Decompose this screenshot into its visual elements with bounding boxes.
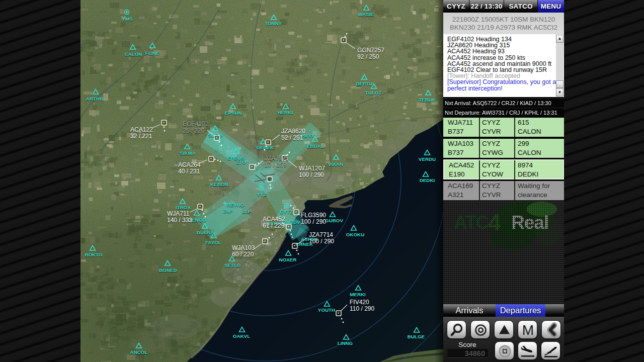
svg-text:110 / 290: 110 / 290 — [350, 305, 374, 312]
svg-text:BULGE: BULGE — [408, 334, 425, 339]
svg-text:ROKTO: ROKTO — [85, 252, 103, 257]
svg-text:61 / 229: 61 / 229 — [263, 222, 285, 229]
svg-text:JZA7714: JZA7714 — [309, 231, 333, 238]
svg-text:140 / 333: 140 / 333 — [167, 217, 192, 224]
svg-text:VIXAN: VIXAN — [328, 161, 343, 167]
svg-text:100 / 290: 100 / 290 — [299, 171, 324, 178]
svg-text:ZLP: ZLP — [223, 208, 233, 214]
svg-text:DEDKI: DEDKI — [420, 177, 435, 183]
svg-text:LINNG: LINNG — [338, 340, 353, 346]
svg-text:32 / 221: 32 / 221 — [130, 133, 152, 140]
svg-text:FLINE: FLINE — [145, 50, 160, 56]
svg-text:FAYOL: FAYOL — [205, 240, 221, 245]
svg-text:DULRA: DULRA — [197, 230, 214, 235]
svg-text:KEBON: KEBON — [210, 182, 228, 187]
svg-text:ITROX: ITROX — [176, 205, 191, 210]
svg-text:HERKI: HERKI — [278, 110, 293, 115]
svg-text:CYTZ: CYTZ — [280, 209, 293, 215]
svg-text:ARTHR: ARTHR — [86, 96, 103, 102]
svg-text:EPSUN: EPSUN — [225, 110, 242, 116]
svg-text:WJA103: WJA103 — [232, 244, 255, 251]
svg-text:NOXER: NOXER — [279, 257, 297, 262]
svg-text:92 / 250: 92 / 250 — [357, 53, 379, 60]
svg-text:YOUTH: YOUTH — [318, 307, 335, 313]
svg-text:TEBUK: TEBUK — [419, 97, 436, 103]
svg-text:TULOT: TULOT — [365, 90, 382, 96]
svg-text:FLG3590: FLG3590 — [301, 212, 326, 219]
svg-text:JZA7975: JZA7975 — [265, 155, 289, 162]
svg-text:ANCOL: ANCOL — [130, 349, 148, 355]
svg-text:OKOKU: OKOKU — [346, 232, 364, 237]
svg-text:CALON: CALON — [125, 51, 142, 57]
svg-text:GUBOV: GUBOV — [325, 218, 343, 223]
svg-text:MERKI: MERKI — [350, 292, 366, 297]
svg-text:ZTO: ZTO — [236, 159, 246, 165]
svg-text:OAKVL: OAKVL — [233, 333, 250, 339]
svg-text:GGN7257: GGN7257 — [357, 47, 384, 54]
svg-text:TONNY: TONNY — [265, 21, 282, 26]
svg-text:WJA711: WJA711 — [167, 210, 190, 217]
svg-text:ACA452: ACA452 — [263, 216, 285, 223]
svg-text:60 / 220: 60 / 220 — [232, 251, 254, 258]
svg-text:EGF4102: EGF4102 — [183, 121, 209, 128]
svg-text:52 / 251: 52 / 251 — [281, 134, 303, 141]
svg-text:ZLP: ZLP — [242, 209, 252, 214]
svg-text:100 / 290: 100 / 290 — [309, 238, 334, 245]
svg-text:VERDU: VERDU — [419, 156, 436, 162]
svg-text:WASIE: WASIE — [358, 12, 374, 17]
svg-text:M: M — [522, 322, 534, 338]
svg-text:EBDAL: EBDAL — [307, 143, 324, 149]
svg-text:25 / 220: 25 / 220 — [183, 127, 205, 134]
svg-text:SIKMA: SIKMA — [180, 150, 196, 156]
svg-text:YMS: YMS — [122, 16, 133, 22]
svg-text:YYZ: YYZ — [257, 192, 266, 197]
svg-text:ACA264: ACA264 — [178, 161, 201, 168]
svg-text:REVNO: REVNO — [227, 202, 245, 208]
svg-text:JZA8620: JZA8620 — [281, 128, 305, 135]
svg-text:100 / 290: 100 / 290 — [301, 218, 326, 225]
svg-text:SETLO: SETLO — [224, 262, 241, 268]
svg-text:40 / 231: 40 / 231 — [178, 168, 200, 175]
svg-text:FIV420: FIV420 — [350, 299, 369, 306]
svg-text:WJA1207: WJA1207 — [299, 165, 325, 172]
svg-text:BONED: BONED — [159, 267, 177, 273]
svg-text:ACA122: ACA122 — [130, 126, 153, 133]
svg-text:10 / 159: 10 / 159 — [265, 161, 287, 168]
svg-text:DEPTU: DEPTU — [356, 81, 372, 86]
